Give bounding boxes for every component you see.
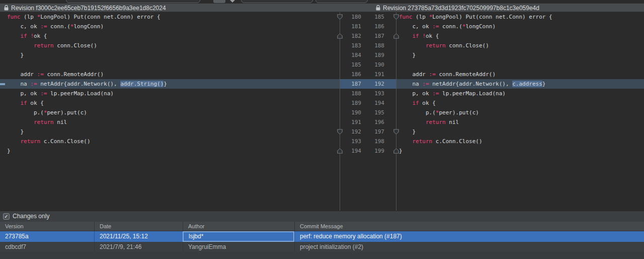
code-segment: na xyxy=(7,81,30,87)
code-segment: conn.( xyxy=(47,23,70,30)
code-line[interactable]: p.(*peer).put(c) xyxy=(0,108,340,117)
code-line[interactable]: p, ok := lp.peerMap.Load(na) xyxy=(0,89,340,98)
line-number-right: 193 xyxy=(369,89,384,98)
code-line[interactable]: addr := conn.RemoteAddr() xyxy=(0,70,340,79)
code-line[interactable]: } xyxy=(0,127,340,137)
code-segment: := xyxy=(429,71,436,78)
commit-message-cell[interactable]: project initialization (#2) xyxy=(294,242,644,252)
version-cell[interactable]: 273785a xyxy=(0,231,94,242)
date-cell[interactable]: 2021/7/9, 21:46 xyxy=(94,242,183,252)
left-revision-title: Revision f3000c2ee65ceb7b19152f6656b9a3e… xyxy=(4,4,166,12)
code-line[interactable] xyxy=(0,60,340,70)
code-segment: netAddr{addr.Network(), xyxy=(429,81,513,87)
code-line[interactable]: } xyxy=(0,50,340,60)
code-line[interactable]: if !ok { xyxy=(396,31,644,41)
date-cell[interactable]: 2021/11/25, 15:12 xyxy=(94,231,183,242)
code-segment xyxy=(7,119,34,125)
column-header-version[interactable]: Version xyxy=(0,222,94,231)
code-line[interactable]: na := netAddr{addr.Network(), c.address} xyxy=(396,79,644,89)
code-segment: conn.RemoteAddr() xyxy=(436,71,496,78)
line-number-right: 196 xyxy=(369,117,384,127)
code-line[interactable]: c, ok := conn.(*longConn) xyxy=(0,22,340,31)
code-segment: c, ok xyxy=(7,23,40,30)
code-segment: if xyxy=(413,100,419,106)
line-number-left: 190 xyxy=(346,108,361,117)
filter-input-fragment[interactable] xyxy=(241,0,313,3)
line-number-right: 192 xyxy=(369,79,384,89)
column-header-author[interactable]: Author xyxy=(183,222,294,231)
version-cell[interactable]: cdbcdf7 xyxy=(0,242,94,252)
line-number-left: 189 xyxy=(346,98,361,108)
author-cell[interactable]: lsjbd* xyxy=(183,231,294,242)
code-line[interactable] xyxy=(396,60,644,70)
code-segment: conn.RemoteAddr() xyxy=(44,71,104,78)
code-segment: c, ok xyxy=(399,23,432,30)
code-segment: } xyxy=(164,81,167,87)
code-line[interactable]: if ok { xyxy=(0,98,340,108)
code-line[interactable]: return c.Conn.Close() xyxy=(0,137,340,146)
code-segment: p, ok xyxy=(399,90,432,97)
code-segment: } xyxy=(399,148,403,154)
line-number-right: 190 xyxy=(369,60,384,70)
code-line[interactable]: func (lp *LongPool) Put(conn net.Conn) e… xyxy=(396,12,644,22)
code-line[interactable]: } xyxy=(396,127,644,137)
code-segment: longConn) xyxy=(73,23,104,30)
code-segment: p.( xyxy=(399,109,436,116)
history-row-cdbcdf7[interactable]: cdbcdf72021/7/9, 21:46YangruiEmmaproject… xyxy=(0,242,644,252)
change-marker-stripe xyxy=(0,83,5,85)
line-number-right: 194 xyxy=(369,98,384,108)
code-segment: } xyxy=(399,128,416,135)
code-line[interactable]: func (lp *LongPool) Put(conn net.Conn) e… xyxy=(0,12,340,22)
column-header-commit-message[interactable]: Commit Message xyxy=(294,222,644,231)
code-segment: return xyxy=(34,42,54,49)
gutter-right-divider xyxy=(396,12,396,211)
code-line[interactable]: p, ok := lp.peerMap.Load(na) xyxy=(396,89,644,98)
chevron-down-icon[interactable] xyxy=(230,0,235,3)
code-line[interactable]: addr := conn.RemoteAddr() xyxy=(396,70,644,79)
code-line[interactable]: return nil xyxy=(396,117,644,127)
revision-header-bar: Revision f3000c2ee65ceb7b19152f6656b9a3e… xyxy=(0,4,644,12)
history-row-273785a[interactable]: 273785a2021/11/25, 15:12lsjbd*perf: redu… xyxy=(0,231,644,242)
line-number-right: 199 xyxy=(369,146,384,156)
line-number-left: 186 xyxy=(346,70,361,79)
changes-only-label[interactable]: Changes only xyxy=(13,213,49,220)
code-segment: c.Conn.Close() xyxy=(40,138,90,145)
changes-only-checkbox[interactable]: ✓ xyxy=(3,213,10,220)
line-number-left: 184 xyxy=(346,50,361,60)
code-line[interactable]: na := netAddr{addr.Network(), addr.Strin… xyxy=(0,79,340,89)
code-line[interactable]: return nil xyxy=(0,117,340,127)
author-cell[interactable]: YangruiEmma xyxy=(183,242,294,252)
diff-changed-token: c.address xyxy=(512,81,542,87)
code-segment: (lp xyxy=(413,14,429,20)
code-segment xyxy=(399,138,413,145)
code-segment: return xyxy=(426,119,446,125)
code-line[interactable]: return c.Conn.Close() xyxy=(396,137,644,146)
code-line[interactable]: return conn.Close() xyxy=(396,41,644,50)
code-segment: na xyxy=(399,81,422,87)
code-line[interactable]: p.(*peer).put(c) xyxy=(396,108,644,117)
commit-message-cell[interactable]: perf: reduce memory allocation (#187) xyxy=(294,231,644,242)
code-segment: conn.Close() xyxy=(446,42,489,49)
column-header-date[interactable]: Date xyxy=(94,222,183,231)
code-segment xyxy=(7,100,21,106)
lock-icon xyxy=(376,5,380,11)
toolbar-button-fragment[interactable] xyxy=(213,0,225,3)
code-segment: } xyxy=(7,52,24,58)
code-line[interactable]: } xyxy=(0,146,340,156)
code-segment: } xyxy=(7,128,24,135)
code-segment: ok { xyxy=(27,100,44,106)
code-line[interactable]: return conn.Close() xyxy=(0,41,340,50)
diff-changed-token: addr.String() xyxy=(120,81,164,87)
code-line[interactable]: c, ok := conn.(*longConn) xyxy=(396,22,644,31)
history-table-header: VersionDateAuthorCommit Message xyxy=(0,222,644,231)
code-line[interactable]: } xyxy=(396,50,644,60)
code-segment: } xyxy=(399,52,416,58)
code-line[interactable]: if !ok { xyxy=(0,31,340,41)
code-line[interactable]: } xyxy=(396,146,644,156)
code-segment xyxy=(399,42,426,49)
code-line[interactable]: if ok { xyxy=(396,98,644,108)
filter-input-fragment[interactable] xyxy=(315,0,368,3)
lock-icon xyxy=(4,5,9,11)
filter-input-fragment[interactable] xyxy=(66,0,200,3)
code-segment xyxy=(7,138,21,145)
